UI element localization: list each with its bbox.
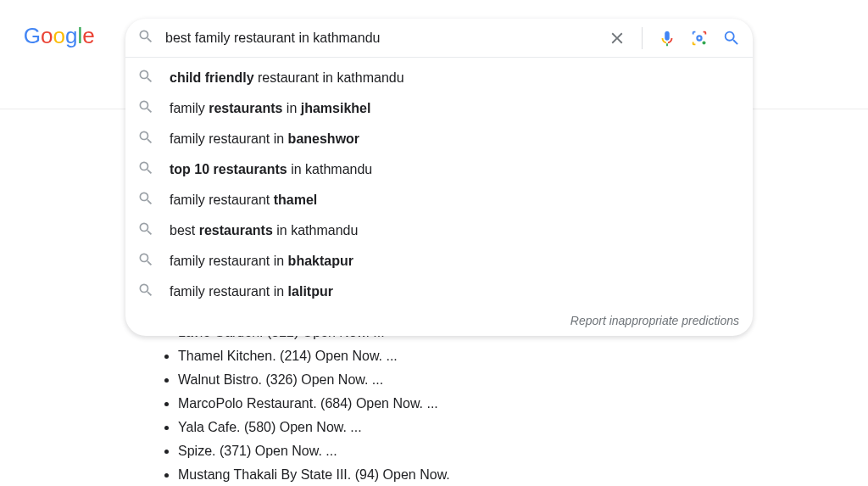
suggestion-item[interactable]: top 10 restaurants in kathmandu: [125, 154, 753, 185]
suggestion-item[interactable]: family restaurant in lalitpur: [125, 277, 753, 307]
search-icon: [137, 251, 154, 271]
search-icon: [137, 190, 154, 210]
result-item: Thamel Kitchen. (214) Open Now. ...: [178, 344, 746, 368]
suggestion-item[interactable]: family restaurant thamel: [125, 185, 753, 215]
result-item: Mustang Thakali By State III. (94) Open …: [178, 463, 746, 486]
header: Google: [0, 0, 868, 336]
suggestion-item[interactable]: family restaurants in jhamsikhel: [125, 93, 753, 124]
svg-point-3: [698, 36, 701, 39]
svg-point-1: [702, 41, 705, 44]
suggestion-text: family restaurants in jhamsikhel: [170, 99, 370, 118]
suggestion-item[interactable]: family restaurant in bhaktapur: [125, 246, 753, 277]
suggestion-text: family restaurant in baneshwor: [170, 130, 359, 148]
clear-icon[interactable]: [608, 29, 626, 47]
suggestion-text: top 10 restaurants in kathmandu: [170, 160, 372, 179]
search-icon: [137, 98, 154, 119]
search-icon: [137, 28, 154, 48]
suggestions-list: child friendly restaurant in kathmandufa…: [125, 58, 753, 307]
voice-search-icon[interactable]: [658, 29, 676, 47]
result-item: Yala Cafe. (580) Open Now. ...: [178, 416, 746, 439]
suggestion-text: family restaurant thamel: [170, 191, 317, 209]
search-icon: [137, 129, 154, 149]
search-bar: [125, 19, 753, 58]
search-icon: [137, 68, 154, 88]
result-item: Spize. (371) Open Now. ...: [178, 439, 746, 463]
search-button[interactable]: [722, 29, 741, 47]
result-item: MarcoPolo Restaurant. (684) Open Now. ..…: [178, 392, 746, 416]
search-icon: [137, 221, 154, 241]
google-logo[interactable]: Google: [22, 24, 100, 49]
suggestion-text: family restaurant in bhaktapur: [170, 252, 353, 271]
suggestion-item[interactable]: family restaurant in baneshwor: [125, 124, 753, 154]
suggestion-item[interactable]: child friendly restaurant in kathmandu: [125, 63, 753, 93]
report-predictions-link[interactable]: Report inappropriate predictions: [125, 307, 753, 336]
suggestion-item[interactable]: best restaurants in kathmandu: [125, 215, 753, 246]
svg-text:Google: Google: [24, 24, 95, 48]
search-bar-actions: [608, 27, 741, 49]
lens-search-icon[interactable]: [690, 29, 709, 47]
search-dropdown-container: child friendly restaurant in kathmandufa…: [125, 19, 753, 336]
search-icon: [137, 282, 154, 302]
search-icon: [137, 159, 154, 180]
suggestion-text: family restaurant in lalitpur: [170, 282, 333, 301]
result-item: Walnut Bistro. (326) Open Now. ...: [178, 368, 746, 392]
suggestion-text: child friendly restaurant in kathmandu: [170, 69, 404, 87]
search-input[interactable]: [165, 31, 608, 46]
suggestion-text: best restaurants in kathmandu: [170, 221, 358, 240]
vertical-divider: [642, 27, 643, 49]
